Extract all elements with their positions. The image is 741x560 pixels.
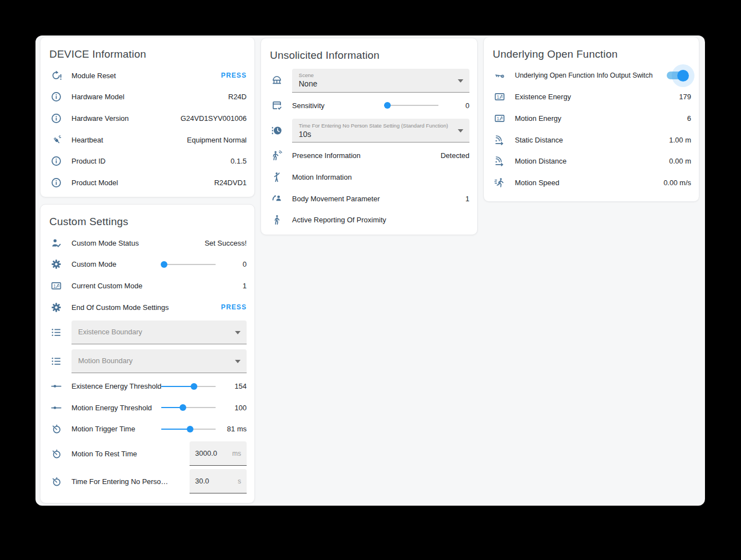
scene-select[interactable]: Scene None [292, 69, 469, 93]
row-value: G24VD1SYV001006 [181, 114, 247, 123]
slider-thumb [180, 404, 186, 411]
slider-thumb [187, 426, 193, 432]
row-value: R24D [228, 93, 247, 101]
info-icon [49, 155, 63, 168]
row-label: Custom Mode [71, 260, 116, 268]
row-label: Custom Mode Status [71, 239, 139, 247]
slider-value: 81 ms [222, 425, 247, 433]
row-sensitivity: Sensitivity 0 [261, 95, 477, 116]
chevron-down-icon [458, 79, 463, 83]
select-value: 10s [299, 130, 453, 139]
row-label: Heartbeat [71, 136, 103, 144]
select-label: Motion Boundary [78, 357, 230, 365]
slider-horizontal-icon [49, 380, 63, 393]
custom-mode-slider[interactable] [161, 261, 216, 268]
row-hardware-model: Hardware Model R24D [40, 86, 254, 108]
row-value: 6 [687, 114, 691, 123]
row-presence-information: Presence Information Detected [261, 145, 477, 167]
row-custom-mode-status: Custom Mode Status Set Success! [40, 232, 254, 254]
motion-sensor-icon [270, 149, 283, 162]
signal-distance-icon [493, 133, 506, 146]
sensitivity-slider[interactable] [384, 101, 438, 109]
row-existence-energy-threshold: Existence Energy Threshold 154 [40, 375, 254, 397]
row-existence-boundary: Existence Boundary [40, 318, 254, 347]
existence-energy-threshold-slider[interactable] [161, 383, 216, 390]
card-title: Unsolicited Information [261, 38, 477, 66]
info-icon [49, 176, 63, 189]
svg-text:1: 1 [497, 116, 499, 121]
switch-thumb [677, 70, 689, 82]
row-label: Motion Information [292, 173, 352, 181]
chevron-down-icon [458, 129, 463, 133]
slider-horizontal-icon [49, 401, 63, 414]
slider-value: 0 [222, 260, 247, 268]
row-label: Module Reset [71, 72, 116, 80]
restart-alert-icon [49, 69, 63, 82]
row-motion-trigger-time: Motion Trigger Time 81 ms [40, 419, 254, 440]
key-icon [493, 69, 506, 82]
svg-text:1: 1 [497, 94, 499, 100]
slider-thumb [191, 383, 197, 390]
human-greeting-icon [270, 170, 283, 184]
cog-icon [49, 258, 63, 271]
row-motion-boundary: Motion Boundary [40, 347, 254, 375]
chevron-down-icon [235, 331, 241, 334]
row-no-person-time: Time For Entering No Person State Settin… [261, 116, 477, 145]
row-label: Hardware Model [71, 93, 124, 101]
svg-text:2: 2 [58, 283, 60, 287]
signal-distance-icon [493, 155, 506, 168]
row-value: R24DVD1 [214, 179, 247, 187]
input-unit: ms [232, 450, 241, 457]
row-value: 0.00 m/s [663, 179, 691, 187]
select-label: Scene [299, 72, 453, 78]
row-body-movement: Body Movement Parameter 1 [261, 188, 477, 210]
chevron-down-icon [235, 360, 241, 363]
card-title: Custom Settings [40, 205, 254, 232]
row-label: Current Custom Mode [71, 282, 142, 290]
row-motion-distance: Motion Distance 0.00 m [484, 150, 699, 172]
row-heartbeat: Heartbeat Equipment Normal [40, 129, 254, 151]
existence-boundary-select[interactable]: Existence Boundary [71, 320, 247, 344]
run-fast-icon [493, 176, 506, 189]
row-label: Motion Energy [515, 114, 561, 123]
app-panel: DEVICE Information Module Reset PRESS Ha… [35, 35, 705, 506]
row-product-model: Product Model R24DVD1 [40, 172, 254, 194]
motion-to-rest-time-input[interactable]: 3000.0 ms [190, 441, 247, 466]
no-person-time-select[interactable]: Time For Entering No Person State Settin… [292, 119, 469, 142]
row-motion-energy-threshold: Motion Energy Threshold 100 [40, 397, 254, 419]
select-label: Existence Boundary [78, 328, 230, 336]
row-label: End Of Custom Mode Settings [71, 303, 169, 312]
row-value: 0.1.5 [231, 157, 247, 165]
row-motion-speed: Motion Speed 0.00 m/s [484, 172, 699, 194]
module-reset-press-button[interactable]: PRESS [221, 72, 247, 79]
row-label: Motion Trigger Time [71, 425, 135, 433]
row-existence-energy: 1 2 Existence Energy 179 [484, 86, 699, 108]
end-custom-mode-press-button[interactable]: PRESS [221, 303, 247, 311]
checklist-icon [270, 99, 283, 112]
motion-trigger-time-slider[interactable] [161, 425, 216, 433]
walk-icon [270, 213, 283, 227]
svg-text:1: 1 [53, 283, 56, 289]
cog-icon [49, 301, 63, 314]
card-underlying-open-function: Underlying Open Function Underlying Open… [483, 37, 699, 202]
counter-icon: 1 2 [493, 111, 506, 125]
motion-boundary-select[interactable]: Motion Boundary [71, 349, 247, 373]
info-icon [49, 111, 63, 125]
row-product-id: Product ID 0.1.5 [40, 150, 254, 172]
info-output-switch-toggle[interactable] [667, 72, 687, 79]
motion-energy-threshold-slider[interactable] [161, 404, 216, 411]
row-label: Hardware Version [71, 114, 129, 123]
account-check-icon [49, 236, 63, 250]
info-icon [49, 90, 63, 104]
row-value: 1.00 m [669, 136, 691, 144]
row-label: Static Distance [515, 136, 563, 144]
row-value: Detected [441, 151, 469, 160]
row-info-output-switch: Underlying Open Function Info Output Swi… [484, 65, 699, 86]
row-label: Motion To Rest Time [71, 450, 137, 458]
dome-scene-icon [270, 74, 283, 87]
time-entering-no-person-input[interactable]: 30.0 s [190, 469, 247, 493]
row-motion-to-rest-time: Motion To Rest Time 3000.0 ms [40, 440, 254, 467]
card-title: DEVICE Information [40, 37, 254, 65]
timer-icon [49, 447, 63, 460]
timer-icon [49, 422, 63, 436]
